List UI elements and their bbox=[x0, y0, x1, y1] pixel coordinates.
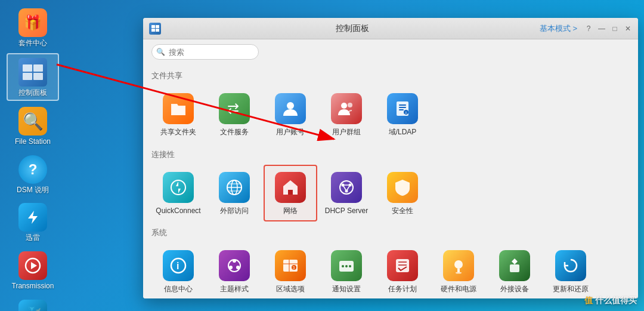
security-icon bbox=[387, 172, 418, 203]
docker-icon: 🐳 bbox=[18, 300, 47, 311]
domain-ldap-label: 域/LDAP bbox=[389, 128, 417, 137]
svg-marker-1 bbox=[31, 262, 37, 269]
search-input[interactable] bbox=[151, 44, 259, 60]
user-account-label: 用户账号 bbox=[276, 128, 305, 137]
network-label: 网络 bbox=[283, 207, 298, 216]
section-title-connectivity: 连接性 bbox=[151, 149, 630, 160]
suite-label: 套件中心 bbox=[18, 39, 47, 48]
transmission-label: Transmission bbox=[12, 282, 54, 291]
security-label: 安全性 bbox=[392, 207, 413, 216]
item-notify[interactable]: 通知设置 bbox=[320, 243, 373, 298]
item-domain-ldap[interactable]: 人 域/LDAP bbox=[376, 86, 429, 143]
titlebar-icon bbox=[149, 23, 161, 35]
user-group-label: 用户群组 bbox=[332, 128, 361, 137]
search-area: 🔍 bbox=[143, 39, 638, 64]
svg-point-3 bbox=[287, 102, 294, 109]
svg-rect-45 bbox=[457, 269, 460, 272]
task-label: 任务计划 bbox=[388, 285, 417, 294]
item-shared-folder[interactable]: 共享文件夹 bbox=[151, 86, 205, 143]
item-dhcp[interactable]: DHCP Server bbox=[320, 165, 373, 222]
search-wrapper: 🔍 bbox=[151, 44, 259, 60]
mode-label[interactable]: 基本模式 bbox=[540, 23, 577, 34]
theme-icon bbox=[219, 250, 250, 281]
svg-text:人: 人 bbox=[404, 111, 408, 115]
item-external-dev[interactable]: 外接设备 bbox=[488, 243, 541, 298]
item-quickconnect[interactable]: QuickConnect bbox=[151, 165, 205, 222]
desktop-icon-transmission[interactable]: Transmission bbox=[7, 248, 59, 294]
cp-label: 控制面板 bbox=[18, 88, 47, 98]
item-update[interactable]: 更新和还原 bbox=[544, 243, 597, 298]
update-icon bbox=[555, 250, 586, 281]
desktop-icon-suite[interactable]: 🎁 套件中心 bbox=[7, 5, 59, 51]
info-center-label: 信息中心 bbox=[164, 285, 193, 294]
item-security[interactable]: 安全性 bbox=[376, 165, 429, 222]
svg-rect-18 bbox=[288, 190, 293, 195]
item-task[interactable]: 任务计划 bbox=[376, 243, 429, 298]
user-group-icon bbox=[331, 93, 362, 124]
cp-icon bbox=[18, 58, 47, 87]
notify-icon bbox=[331, 250, 362, 281]
restore-button[interactable]: □ bbox=[611, 24, 619, 33]
file-icon: 🔍 bbox=[18, 107, 47, 136]
notify-label: 通知设置 bbox=[332, 285, 361, 294]
svg-rect-9 bbox=[399, 109, 404, 110]
thunder-label: 迅雷 bbox=[26, 233, 40, 243]
section-title-fileshare: 文件共享 bbox=[151, 70, 630, 81]
dhcp-label: DHCP Server bbox=[325, 207, 368, 216]
svg-point-40 bbox=[349, 265, 351, 267]
desktop-icon-thunder[interactable]: 迅雷 bbox=[7, 199, 59, 245]
desktop-icons: 🎁 套件中心 控制面板 🔍 File Station ? DSM 说明 bbox=[0, 0, 66, 311]
control-panel-window: 控制面板 基本模式 ? — □ ✕ 🔍 文件共享 共享文件夹 bbox=[143, 18, 638, 298]
item-hardware[interactable]: 硬件和电源 bbox=[432, 243, 485, 298]
svg-rect-7 bbox=[399, 104, 406, 106]
task-icon bbox=[387, 250, 418, 281]
system-grid: i 信息中心 主题样式 3 区域选项 通知设置 bbox=[151, 243, 630, 298]
svg-point-38 bbox=[342, 265, 344, 267]
external-access-label: 外部访问 bbox=[220, 207, 249, 216]
item-theme[interactable]: 主题样式 bbox=[208, 243, 261, 298]
thunder-icon bbox=[18, 203, 47, 232]
fileshare-grid: 共享文件夹 ⇄ 文件服务 用户账号 用户群组 bbox=[151, 86, 630, 143]
item-network[interactable]: 网络 bbox=[264, 165, 317, 222]
shared-folder-label: 共享文件夹 bbox=[160, 128, 196, 137]
svg-point-31 bbox=[229, 266, 233, 269]
external-dev-icon bbox=[499, 250, 530, 281]
domain-ldap-icon: 人 bbox=[387, 93, 418, 124]
dsm-icon: ? bbox=[18, 155, 47, 184]
desktop-icon-filestation[interactable]: 🔍 File Station bbox=[7, 103, 59, 149]
svg-point-5 bbox=[348, 103, 352, 107]
watermark: 值 什么值得买 bbox=[584, 295, 637, 306]
region-label: 区域选项 bbox=[276, 285, 305, 294]
dhcp-icon bbox=[331, 172, 362, 203]
item-user-account[interactable]: 用户账号 bbox=[264, 86, 317, 143]
item-external-access[interactable]: 外部访问 bbox=[208, 165, 261, 222]
minimize-button[interactable]: — bbox=[597, 24, 606, 33]
file-service-icon: ⇄ bbox=[219, 93, 250, 124]
item-region[interactable]: 3 区域选项 bbox=[264, 243, 317, 298]
close-button[interactable]: ✕ bbox=[624, 24, 632, 33]
suite-icon: 🎁 bbox=[18, 8, 47, 37]
help-button[interactable]: ? bbox=[584, 24, 593, 33]
svg-point-46 bbox=[456, 272, 462, 274]
desktop-icon-docker[interactable]: 🐳 Docker bbox=[7, 296, 59, 311]
shared-folder-icon bbox=[163, 93, 194, 124]
item-info-center[interactable]: i 信息中心 bbox=[151, 243, 205, 298]
svg-point-29 bbox=[233, 259, 236, 263]
item-user-group[interactable]: 用户群组 bbox=[320, 86, 373, 143]
svg-line-25 bbox=[346, 185, 350, 191]
svg-point-44 bbox=[454, 260, 463, 269]
window-title: 控制面板 bbox=[166, 23, 540, 34]
svg-text:3: 3 bbox=[293, 266, 295, 270]
svg-point-4 bbox=[341, 103, 347, 109]
svg-rect-8 bbox=[399, 107, 406, 108]
desktop-icon-dsm[interactable]: ? DSM 说明 bbox=[7, 152, 59, 198]
item-file-service[interactable]: ⇄ 文件服务 bbox=[208, 86, 261, 143]
info-center-icon: i bbox=[163, 250, 194, 281]
hardware-icon bbox=[443, 250, 474, 281]
svg-line-24 bbox=[343, 185, 346, 191]
desktop-icon-controlpanel[interactable]: 控制面板 bbox=[7, 53, 59, 101]
connectivity-grid: QuickConnect 外部访问 网络 DHCP bbox=[151, 165, 630, 222]
dsm-label: DSM 说明 bbox=[17, 186, 49, 195]
external-access-icon bbox=[219, 172, 250, 203]
svg-rect-41 bbox=[396, 259, 409, 272]
